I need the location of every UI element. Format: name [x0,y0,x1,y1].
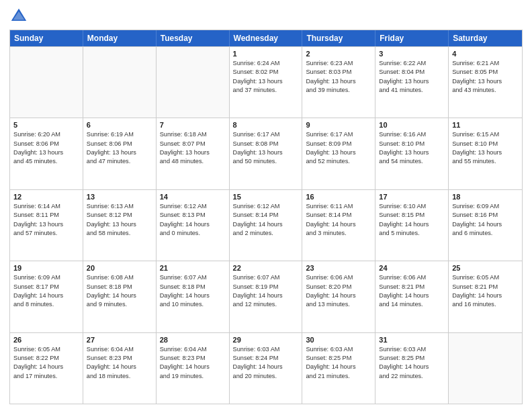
calendar-day: 31Sunrise: 6:03 AM Sunset: 8:25 PM Dayli… [375,333,449,404]
day-info: Sunrise: 6:03 AM Sunset: 8:25 PM Dayligh… [379,345,445,381]
day-info: Sunrise: 6:21 AM Sunset: 8:05 PM Dayligh… [452,59,519,95]
day-number: 5 [13,121,79,129]
day-info: Sunrise: 6:11 AM Sunset: 8:14 PM Dayligh… [306,202,371,238]
day-info: Sunrise: 6:04 AM Sunset: 8:23 PM Dayligh… [160,345,226,381]
day-number: 21 [160,264,226,272]
day-number: 26 [13,336,79,344]
day-number: 27 [87,336,152,344]
calendar-day: 22Sunrise: 6:07 AM Sunset: 8:19 PM Dayli… [230,261,303,332]
day-info: Sunrise: 6:08 AM Sunset: 8:18 PM Dayligh… [87,273,152,309]
calendar-day: 8Sunrise: 6:17 AM Sunset: 8:08 PM Daylig… [230,118,303,189]
day-number: 3 [379,50,445,58]
day-number: 14 [160,193,226,201]
calendar-day: 7Sunrise: 6:18 AM Sunset: 8:07 PM Daylig… [157,118,230,189]
weekday-header: Thursday [302,30,375,46]
day-number: 4 [452,50,519,58]
weekday-header: Tuesday [157,30,230,46]
logo [9,7,31,26]
calendar-week-row: 5Sunrise: 6:20 AM Sunset: 8:06 PM Daylig… [10,118,522,189]
day-number: 28 [160,336,226,344]
day-info: Sunrise: 6:23 AM Sunset: 8:03 PM Dayligh… [306,59,371,95]
calendar-day: 30Sunrise: 6:03 AM Sunset: 8:25 PM Dayli… [302,333,375,404]
day-number: 11 [452,121,519,129]
header [9,7,523,26]
weekday-header: Monday [83,30,157,46]
calendar-week-row: 26Sunrise: 6:05 AM Sunset: 8:22 PM Dayli… [10,332,522,404]
day-number: 10 [379,121,445,129]
calendar-day: 10Sunrise: 6:16 AM Sunset: 8:10 PM Dayli… [375,118,449,189]
day-info: Sunrise: 6:12 AM Sunset: 8:13 PM Dayligh… [160,202,226,238]
day-info: Sunrise: 6:05 AM Sunset: 8:21 PM Dayligh… [452,273,519,309]
empty-cell [449,333,522,404]
day-info: Sunrise: 6:04 AM Sunset: 8:23 PM Dayligh… [87,345,152,381]
day-info: Sunrise: 6:14 AM Sunset: 8:11 PM Dayligh… [13,202,79,238]
day-number: 6 [87,121,152,129]
day-info: Sunrise: 6:15 AM Sunset: 8:10 PM Dayligh… [452,130,519,166]
calendar-day: 5Sunrise: 6:20 AM Sunset: 8:06 PM Daylig… [10,118,83,189]
calendar-week-row: 19Sunrise: 6:09 AM Sunset: 8:17 PM Dayli… [10,261,522,332]
weekday-header: Saturday [449,30,522,46]
day-number: 18 [452,193,519,201]
calendar-day: 28Sunrise: 6:04 AM Sunset: 8:23 PM Dayli… [157,333,230,404]
day-number: 8 [233,121,299,129]
day-number: 17 [379,193,445,201]
calendar-header: SundayMondayTuesdayWednesdayThursdayFrid… [10,30,522,46]
calendar-day: 4Sunrise: 6:21 AM Sunset: 8:05 PM Daylig… [449,47,522,118]
day-info: Sunrise: 6:18 AM Sunset: 8:07 PM Dayligh… [160,130,226,166]
day-info: Sunrise: 6:17 AM Sunset: 8:09 PM Dayligh… [306,130,371,166]
day-number: 22 [233,264,299,272]
weekday-header: Friday [375,30,449,46]
calendar-day: 6Sunrise: 6:19 AM Sunset: 8:06 PM Daylig… [83,118,157,189]
day-number: 9 [306,121,371,129]
day-info: Sunrise: 6:07 AM Sunset: 8:18 PM Dayligh… [160,273,226,309]
day-info: Sunrise: 6:05 AM Sunset: 8:22 PM Dayligh… [13,345,79,381]
empty-cell [10,47,83,118]
calendar-day: 29Sunrise: 6:03 AM Sunset: 8:24 PM Dayli… [230,333,303,404]
day-info: Sunrise: 6:16 AM Sunset: 8:10 PM Dayligh… [379,130,445,166]
empty-cell [157,47,230,118]
day-info: Sunrise: 6:19 AM Sunset: 8:06 PM Dayligh… [87,130,152,166]
day-number: 15 [233,193,299,201]
calendar: SundayMondayTuesdayWednesdayThursdayFrid… [9,30,523,404]
day-number: 12 [13,193,79,201]
calendar-day: 20Sunrise: 6:08 AM Sunset: 8:18 PM Dayli… [83,261,157,332]
calendar-body: 1Sunrise: 6:24 AM Sunset: 8:02 PM Daylig… [10,46,522,404]
day-info: Sunrise: 6:13 AM Sunset: 8:12 PM Dayligh… [87,202,152,238]
day-number: 2 [306,50,371,58]
empty-cell [83,47,157,118]
calendar-day: 13Sunrise: 6:13 AM Sunset: 8:12 PM Dayli… [83,190,157,261]
weekday-header: Wednesday [230,30,303,46]
logo-icon [9,7,28,26]
day-info: Sunrise: 6:10 AM Sunset: 8:15 PM Dayligh… [379,202,445,238]
day-number: 16 [306,193,371,201]
calendar-day: 24Sunrise: 6:06 AM Sunset: 8:21 PM Dayli… [375,261,449,332]
calendar-day: 18Sunrise: 6:09 AM Sunset: 8:16 PM Dayli… [449,190,522,261]
day-number: 13 [87,193,152,201]
day-number: 7 [160,121,226,129]
day-info: Sunrise: 6:22 AM Sunset: 8:04 PM Dayligh… [379,59,445,95]
weekday-header: Sunday [10,30,83,46]
day-info: Sunrise: 6:09 AM Sunset: 8:17 PM Dayligh… [13,273,79,309]
day-info: Sunrise: 6:03 AM Sunset: 8:24 PM Dayligh… [233,345,299,381]
day-info: Sunrise: 6:07 AM Sunset: 8:19 PM Dayligh… [233,273,299,309]
page: SundayMondayTuesdayWednesdayThursdayFrid… [0,0,532,411]
calendar-day: 19Sunrise: 6:09 AM Sunset: 8:17 PM Dayli… [10,261,83,332]
day-number: 24 [379,264,445,272]
day-info: Sunrise: 6:12 AM Sunset: 8:14 PM Dayligh… [233,202,299,238]
calendar-day: 21Sunrise: 6:07 AM Sunset: 8:18 PM Dayli… [157,261,230,332]
day-number: 29 [233,336,299,344]
calendar-day: 16Sunrise: 6:11 AM Sunset: 8:14 PM Dayli… [302,190,375,261]
calendar-day: 2Sunrise: 6:23 AM Sunset: 8:03 PM Daylig… [302,47,375,118]
calendar-week-row: 12Sunrise: 6:14 AM Sunset: 8:11 PM Dayli… [10,189,522,261]
calendar-day: 26Sunrise: 6:05 AM Sunset: 8:22 PM Dayli… [10,333,83,404]
day-info: Sunrise: 6:06 AM Sunset: 8:21 PM Dayligh… [379,273,445,309]
day-number: 19 [13,264,79,272]
day-info: Sunrise: 6:09 AM Sunset: 8:16 PM Dayligh… [452,202,519,238]
calendar-day: 27Sunrise: 6:04 AM Sunset: 8:23 PM Dayli… [83,333,157,404]
day-number: 23 [306,264,371,272]
calendar-day: 14Sunrise: 6:12 AM Sunset: 8:13 PM Dayli… [157,190,230,261]
day-info: Sunrise: 6:20 AM Sunset: 8:06 PM Dayligh… [13,130,79,166]
day-info: Sunrise: 6:03 AM Sunset: 8:25 PM Dayligh… [306,345,371,381]
calendar-day: 3Sunrise: 6:22 AM Sunset: 8:04 PM Daylig… [375,47,449,118]
day-number: 30 [306,336,371,344]
